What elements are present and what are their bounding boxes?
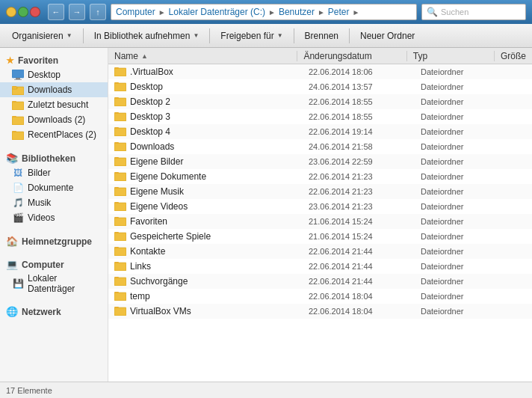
table-row[interactable]: Desktop 2 22.06.2014 18:55 Dateiordner (108, 94, 532, 109)
sidebar-item-recentplaces[interactable]: RecentPlaces (2) (0, 127, 108, 142)
file-name: Gespeicherte Spiele (108, 230, 303, 243)
svg-rect-24 (114, 158, 126, 166)
file-date: 24.06.2014 21:58 (303, 142, 415, 151)
sidebar-item-local-drive[interactable]: 💾 Lokaler Datenträger (0, 272, 108, 296)
folder-icon (114, 156, 126, 168)
table-row[interactable]: Kontakte 22.06.2014 21:44 Dateiordner (108, 244, 532, 259)
organize-button[interactable]: Organisieren ▼ (6, 27, 78, 45)
file-type: Dateiordner (415, 202, 504, 211)
svg-rect-43 (114, 292, 119, 293)
table-row[interactable]: Gespeicherte Spiele 21.06.2014 15:24 Dat… (108, 229, 532, 244)
table-row[interactable]: Eigene Musik 22.06.2014 21:23 Dateiordne… (108, 184, 532, 199)
sidebar-favorites-header[interactable]: ★ Favoriten (0, 51, 108, 67)
add-to-library-button[interactable]: In Bibliothek aufnehmen ▼ (88, 27, 205, 45)
sidebar-item-desktop[interactable]: Desktop (0, 67, 108, 82)
lib-music-icon: 🎵 (12, 197, 24, 209)
svg-rect-31 (114, 202, 119, 203)
breadcrumb-users[interactable]: Benutzer (279, 7, 315, 17)
col-size-header[interactable]: Größe (495, 51, 532, 61)
table-row[interactable]: VirtualBox VMs 22.06.2014 18:04 Dateiord… (108, 304, 532, 319)
toolbar-separator-3 (294, 28, 294, 43)
main-layout: ★ Favoriten Desktop Downloads (0, 48, 532, 382)
window-controls (6, 7, 40, 17)
file-type: Dateiordner (415, 247, 504, 256)
minimize-button[interactable] (6, 7, 16, 17)
table-row[interactable]: Downloads 24.06.2014 21:58 Dateiordner (108, 139, 532, 154)
sidebar-item-videos[interactable]: 🎬 Videos (0, 210, 108, 225)
table-row[interactable]: Eigene Videos 23.06.2014 21:23 Dateiordn… (108, 199, 532, 214)
folder-icon (114, 141, 126, 153)
desktop-icon (12, 69, 24, 81)
sidebar-home-header[interactable]: 🏠 Heimnetzgruppe (0, 231, 108, 248)
file-type: Dateiordner (415, 112, 504, 121)
maximize-button[interactable] (18, 7, 28, 17)
file-type: Dateiordner (415, 277, 504, 286)
table-row[interactable]: Eigene Dokumente 22.06.2014 21:23 Dateio… (108, 169, 532, 184)
table-row[interactable]: Desktop 24.06.2014 13:57 Dateiordner (108, 79, 532, 94)
table-row[interactable]: Desktop 4 22.06.2014 19:14 Dateiordner (108, 124, 532, 139)
svg-rect-36 (114, 248, 126, 256)
back-button[interactable]: ← (48, 4, 64, 20)
svg-rect-20 (114, 128, 126, 136)
svg-rect-2 (14, 79, 22, 80)
folder-icon (114, 81, 126, 94)
folder-icon (114, 126, 126, 138)
table-row[interactable]: Suchvorgänge 22.06.2014 21:44 Dateiordne… (108, 274, 532, 289)
breadcrumb-drive[interactable]: Lokaler Datenträger (C:) (169, 7, 265, 17)
svg-rect-41 (114, 277, 119, 278)
up-button[interactable]: ↑ (90, 4, 106, 20)
sidebar: ★ Favoriten Desktop Downloads (0, 48, 108, 382)
sidebar-libraries-header[interactable]: 📚 Bibliotheken (0, 148, 108, 165)
sidebar-item-downloads2[interactable]: Downloads (2) (0, 112, 108, 127)
sidebar-item-pictures[interactable]: 🖼 Bilder (0, 165, 108, 180)
organize-arrow: ▼ (66, 32, 72, 39)
share-button[interactable]: Freigeben für ▼ (214, 27, 288, 45)
new-folder-button[interactable]: Neuer Ordner (354, 27, 421, 45)
table-row[interactable]: Favoriten 21.06.2014 15:24 Dateiordner (108, 214, 532, 229)
status-count: 17 Elemente (6, 386, 52, 395)
file-date: 23.06.2014 21:23 (303, 202, 415, 211)
table-row[interactable]: Desktop 3 22.06.2014 18:55 Dateiordner (108, 109, 532, 124)
file-name: Desktop 3 (108, 111, 303, 123)
search-placeholder: Suchen (441, 7, 468, 16)
sidebar-item-downloads[interactable]: Downloads (0, 82, 108, 97)
svg-rect-42 (114, 293, 126, 301)
col-type-header[interactable]: Typ (407, 51, 495, 61)
svg-rect-9 (12, 116, 16, 117)
sidebar-computer-section: 💻 Computer 💾 Lokaler Datenträger (0, 254, 108, 296)
sidebar-item-music[interactable]: 🎵 Musik (0, 195, 108, 210)
file-type: Dateiordner (415, 142, 504, 151)
table-row[interactable]: temp 22.06.2014 18:04 Dateiordner (108, 289, 532, 304)
col-name-header[interactable]: Name ▲ (108, 51, 297, 61)
svg-rect-23 (114, 142, 119, 144)
search-bar[interactable]: 🔍 Suchen (421, 4, 526, 20)
forward-button[interactable]: → (69, 4, 85, 20)
svg-rect-22 (114, 143, 126, 151)
table-row[interactable]: Links 22.06.2014 21:44 Dateiordner (108, 259, 532, 274)
svg-rect-0 (12, 70, 24, 78)
computer-icon: 💻 (6, 259, 18, 270)
sidebar-network-header[interactable]: 🌐 Netzwerk (0, 301, 108, 319)
breadcrumb-computer[interactable]: Computer (116, 7, 155, 17)
table-row[interactable]: .VirtualBox 22.06.2014 18:06 Dateiordner (108, 64, 532, 79)
file-date: 22.06.2014 19:14 (303, 127, 415, 136)
burn-button[interactable]: Brennen (299, 27, 344, 45)
file-date: 22.06.2014 18:55 (303, 97, 415, 106)
folder-icon-recentplaces (12, 129, 24, 141)
sidebar-item-documents[interactable]: 📄 Dokumente (0, 180, 108, 195)
col-date-header[interactable]: Änderungsdatum (297, 51, 406, 61)
file-type: Dateiordner (415, 97, 504, 106)
close-button[interactable] (30, 7, 40, 17)
sidebar-item-recent[interactable]: Zuletzt besucht (0, 97, 108, 112)
lib-docs-icon: 📄 (12, 182, 24, 194)
svg-rect-17 (114, 97, 119, 99)
svg-rect-19 (114, 112, 119, 114)
svg-rect-27 (114, 172, 119, 174)
address-bar[interactable]: Computer ► Lokaler Datenträger (C:) ► Be… (111, 4, 417, 20)
table-row[interactable]: Eigene Bilder 23.06.2014 22:59 Dateiordn… (108, 154, 532, 169)
sidebar-computer-header[interactable]: 💻 Computer (0, 254, 108, 272)
lib-videos-icon: 🎬 (12, 212, 24, 224)
sort-arrow: ▲ (141, 52, 148, 60)
breadcrumb-peter[interactable]: Peter (328, 7, 350, 17)
svg-rect-14 (114, 83, 126, 91)
